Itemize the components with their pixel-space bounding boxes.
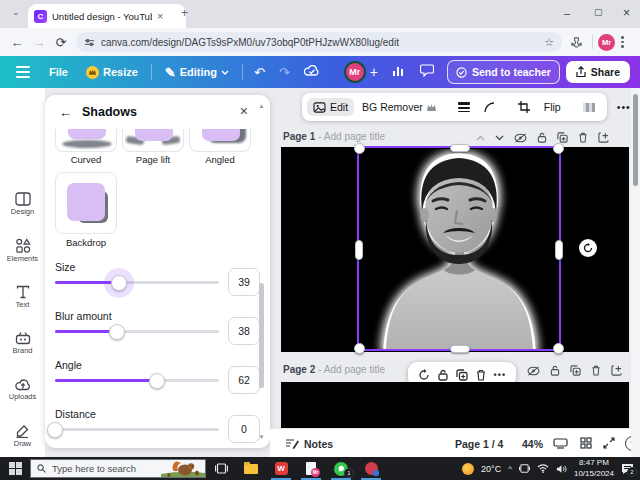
browser-menu-icon[interactable]	[621, 36, 624, 48]
page2-title-placeholder[interactable]: - Add page title	[318, 364, 385, 375]
user-avatar[interactable]: Mr	[344, 61, 366, 83]
resize-handle-n[interactable]	[450, 144, 470, 152]
slider-knob[interactable]	[47, 422, 63, 438]
scrollbar-thumb[interactable]	[259, 283, 264, 388]
undo-button[interactable]: ↶	[254, 65, 265, 80]
task-view-button[interactable]	[206, 457, 236, 480]
main-menu-icon[interactable]	[16, 66, 30, 78]
distance-value[interactable]: 0	[228, 415, 260, 443]
bookmark-star-icon[interactable]: ☆	[544, 36, 554, 49]
redo-button[interactable]: ↷	[279, 65, 290, 80]
file-explorer-button[interactable]	[236, 457, 266, 480]
size-slider[interactable]	[55, 281, 219, 284]
volume-icon[interactable]	[556, 464, 567, 474]
window-maximize-button[interactable]: ▢	[594, 7, 603, 17]
blur-value[interactable]: 38	[228, 317, 260, 345]
slider-knob[interactable]	[109, 324, 125, 340]
more-actions-button[interactable]: •••	[494, 370, 506, 380]
add-page-icon[interactable]	[598, 132, 609, 143]
browser-profile-avatar[interactable]: Mr	[598, 34, 615, 51]
send-to-teacher-button[interactable]: Send to teacher	[447, 60, 560, 84]
slider-knob[interactable]	[149, 373, 165, 389]
duplicate-page-icon[interactable]	[557, 132, 568, 143]
window-minimize-button[interactable]: –	[564, 7, 570, 19]
panel-scrollbar[interactable]: ▲ ▼	[257, 103, 266, 440]
shadow-style-angled[interactable]	[189, 129, 251, 152]
size-value[interactable]: 39	[228, 268, 260, 296]
sidebar-item-elements[interactable]: Elements	[0, 238, 45, 263]
transparency-button[interactable]	[577, 100, 601, 115]
panel-close-icon[interactable]: ×	[240, 104, 248, 118]
zoom-level[interactable]: 44%	[522, 438, 543, 450]
tray-expand-chevron[interactable]: ^	[508, 464, 512, 473]
pinned-app-button[interactable]	[356, 457, 386, 480]
bg-remover-button[interactable]: BG Remover	[356, 98, 442, 116]
tab-close-icon[interactable]: ×	[157, 11, 163, 22]
duplicate-button[interactable]	[456, 369, 468, 381]
move-page-down-icon[interactable]	[495, 135, 504, 141]
resize-handle-ne[interactable]	[553, 143, 564, 154]
border-weight-button[interactable]	[452, 99, 476, 115]
search-highlight-squirrel-image[interactable]	[161, 460, 205, 478]
resize-handle-sw[interactable]	[354, 343, 365, 354]
resize-button[interactable]: Resize	[86, 66, 138, 79]
sidebar-item-text[interactable]: Text	[0, 285, 45, 309]
resize-handle-s[interactable]	[450, 345, 470, 353]
editing-mode-dropdown[interactable]: ✎ Editing	[165, 65, 229, 80]
page2-canvas[interactable]	[281, 382, 629, 428]
selection-box[interactable]	[357, 146, 561, 351]
file-menu[interactable]: File	[49, 66, 68, 78]
delete-page-icon[interactable]	[591, 365, 601, 376]
insights-chart-icon[interactable]	[392, 65, 406, 80]
shadow-style-page-lift[interactable]	[122, 129, 184, 152]
scroll-down-icon[interactable]: ▼	[257, 434, 266, 440]
lock-page-icon[interactable]	[550, 365, 560, 376]
wifi-icon[interactable]	[537, 464, 549, 473]
add-page-icon[interactable]	[611, 365, 622, 376]
site-settings-icon[interactable]	[84, 37, 95, 48]
angle-slider[interactable]	[55, 379, 219, 382]
resize-handle-w[interactable]	[355, 240, 363, 260]
shadow-style-backdrop[interactable]	[55, 172, 117, 234]
temperature[interactable]: 20°C	[481, 464, 501, 474]
whatsapp-button[interactable]: 1	[326, 457, 356, 480]
share-button[interactable]: Share	[566, 61, 630, 83]
search-placeholder[interactable]: Type here to search	[52, 463, 136, 474]
blur-slider[interactable]	[55, 330, 219, 333]
wps-office-button[interactable]: W	[266, 457, 296, 480]
hide-page-icon[interactable]	[514, 133, 527, 143]
extensions-icon[interactable]	[570, 36, 583, 49]
move-page-up-icon[interactable]	[476, 135, 485, 141]
forward-button[interactable]: →	[28, 35, 50, 50]
add-member-button[interactable]: +	[370, 64, 378, 80]
resize-handle-e[interactable]	[555, 240, 563, 260]
corner-rounding-button[interactable]	[478, 99, 502, 116]
distance-slider[interactable]	[55, 428, 219, 431]
scroll-up-icon[interactable]: ▲	[257, 103, 266, 109]
sidebar-item-uploads[interactable]: Uploads	[0, 378, 45, 401]
resize-handle-nw[interactable]	[354, 143, 365, 154]
lock-page-icon[interactable]	[537, 132, 547, 143]
page-indicator[interactable]: Page 1 / 4	[455, 438, 503, 450]
rotate-button[interactable]	[418, 369, 430, 381]
canva-document-button[interactable]: Mr	[296, 457, 326, 480]
workspace-scrollbar[interactable]	[631, 88, 640, 457]
grid-view-icon[interactable]	[580, 437, 592, 449]
back-button[interactable]: ←	[6, 35, 28, 50]
notes-button[interactable]: Notes	[304, 438, 333, 450]
scrollbar-thumb[interactable]	[633, 94, 638, 186]
hide-page-icon[interactable]	[527, 366, 540, 376]
angle-value[interactable]: 62	[228, 366, 260, 394]
edit-image-button[interactable]: Edit	[307, 98, 354, 116]
slider-knob[interactable]	[111, 275, 127, 291]
resize-handle-se[interactable]	[553, 343, 564, 354]
lock-button[interactable]	[438, 369, 448, 381]
page1-title-placeholder[interactable]: - Add page title	[318, 131, 385, 142]
browser-tab[interactable]: C Untitled design - YouTube Thu ×	[28, 4, 186, 28]
sidebar-item-draw[interactable]: Draw	[0, 424, 45, 448]
url-text[interactable]: canva.com/design/DAGTs9sPxM0/uv73obqP0tP…	[101, 37, 538, 48]
shadow-style-curved[interactable]	[55, 129, 117, 152]
start-button[interactable]	[0, 462, 30, 475]
rotate-handle[interactable]	[579, 239, 597, 257]
new-tab-button[interactable]: +	[181, 7, 188, 19]
